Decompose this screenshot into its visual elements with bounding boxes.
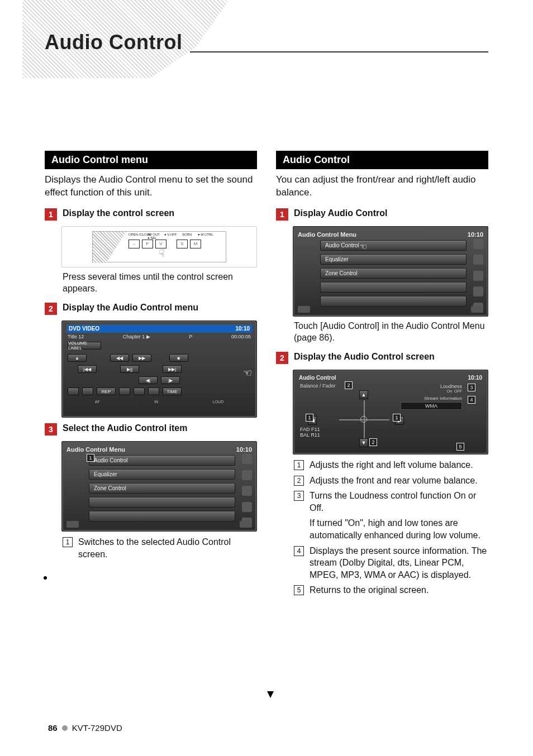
foot-chip-right[interactable] (471, 306, 483, 313)
menu-item-zone-control[interactable]: Zone Control (320, 268, 467, 279)
step-1-caption: Press several times until the control sc… (63, 271, 257, 295)
ac-off[interactable]: OFF (454, 389, 462, 393)
step-r2: 2 Display the Audio Control screen (276, 352, 488, 364)
hw-btn-minus[interactable]: – (129, 240, 140, 248)
dvd-btn-stepfwd[interactable]: |▶ (161, 376, 180, 384)
figure-hardware-buttons: OPEN /CLOSE AV OUT ● SEL ● V.OFF SCRN ● … (61, 226, 257, 267)
dvd-btn-blank5[interactable] (148, 387, 159, 395)
foot-chip-left[interactable] (66, 521, 79, 528)
dvd-btn-next[interactable]: ▶▶| (163, 365, 182, 373)
step-2: 2 Display the Audio Control menu (45, 303, 257, 315)
side-icon[interactable] (242, 486, 252, 496)
callout-2b: 2 (369, 438, 377, 446)
side-icon[interactable] (242, 470, 252, 480)
menu-title-right: Audio Control Menu (298, 231, 356, 238)
hw-label-scrn: SCRN (182, 233, 192, 236)
hw-btn-f[interactable]: F (142, 240, 153, 248)
ac-on[interactable]: On (447, 389, 452, 393)
figure-audio-control-menu-left: Audio Control Menu 10:10 1 Audio Control… (61, 441, 257, 532)
callout-5: 5 (456, 443, 464, 451)
dvd-btn-blank4[interactable] (134, 387, 145, 395)
menu-panel-right: Audio Control Menu 10:10 Audio Control E… (293, 227, 488, 316)
balance-fader-grid[interactable] (339, 400, 389, 439)
dvd-title-num: Title 12 (68, 334, 84, 339)
menu-panel-left: Audio Control Menu 10:10 1 Audio Control… (62, 442, 256, 531)
note-text-1: Switches to the selected Audio Control s… (78, 536, 257, 560)
arrow-down-icon[interactable]: ▼ (359, 438, 368, 447)
note-r3: 3 Turns the Loudness control function On… (294, 490, 488, 514)
note-text: Adjusts the front and rear volume balanc… (310, 475, 488, 487)
note-text: Adjusts the right and left volume balanc… (310, 459, 488, 471)
note-r3-sub: If turned "On", high and low tones are a… (310, 517, 488, 541)
hardware-panel: OPEN /CLOSE AV OUT ● SEL ● V.OFF SCRN ● … (92, 231, 226, 262)
dvd-loud: LOUD (213, 400, 223, 404)
step-1: 1 Display the control screen (45, 208, 257, 221)
ac-title: Audio Control (299, 375, 336, 381)
foot-chip-right[interactable] (240, 521, 252, 528)
dvd-in: IN (154, 400, 158, 404)
dvd-btn-stop[interactable]: ■ (169, 354, 188, 362)
dvd-btn-eject[interactable]: ▲ (68, 354, 87, 362)
left-column: Audio Control menu Displays the Audio Co… (45, 151, 257, 600)
hand-pointer-icon: ☟ (159, 247, 165, 260)
note-box: 4 (294, 546, 304, 556)
callout-3: 3 (468, 384, 475, 391)
menu-item-blank2[interactable] (320, 296, 467, 307)
page-title: Audio Control (45, 31, 182, 54)
foot-chip-left[interactable] (298, 306, 310, 313)
figure-dvd-video: DVD VIDEO 10:10 Title 12 Chapter 1 ▶ P 0… (61, 320, 257, 418)
dvd-btn-blank2[interactable] (82, 387, 93, 395)
step-3: 3 Select the Audio Control item (45, 423, 257, 436)
intro-left: Displays the Audio Control menu to set t… (45, 174, 257, 199)
menu-item-audio-control[interactable]: Audio Control (320, 240, 467, 251)
figure-audio-control-screen: Audio Control 10:10 Balance / Fader 2 Lo… (293, 370, 488, 454)
callout-1a: 1 (306, 414, 313, 422)
side-icon[interactable] (473, 239, 483, 249)
menu-clock-left: 10:10 (236, 446, 252, 453)
ac-bal: BAL R11 (300, 433, 320, 438)
menu-item-blank1[interactable] (320, 282, 467, 293)
section-audio-control: Audio Control (276, 151, 488, 169)
dvd-btn-rew[interactable]: ◀◀ (110, 354, 129, 362)
dvd-btn-prev[interactable]: |◀◀ (78, 365, 97, 373)
dvd-btn-blank1[interactable] (68, 387, 79, 395)
dvd-btn-playpause[interactable]: ▶|| (120, 365, 139, 373)
side-icon[interactable] (242, 502, 252, 512)
footer-dot-icon (62, 725, 68, 731)
menu-item-blank1[interactable] (89, 497, 235, 508)
menu-item-equalizer[interactable]: Equalizer (320, 254, 467, 265)
dvd-btn-blank3[interactable] (119, 387, 130, 395)
side-icon[interactable] (473, 255, 483, 265)
menu-title-left: Audio Control Menu (66, 446, 125, 453)
dvd-clock: 10:10 (235, 326, 250, 332)
menu-clock-right: 10:10 (468, 231, 483, 238)
dvd-btn-stepback[interactable]: ◀| (139, 376, 158, 384)
dvd-btn-rep[interactable]: REP (97, 387, 116, 395)
page-footer: 86 KVT-729DVD (48, 723, 122, 733)
dvd-btn-time[interactable]: TIME (163, 387, 182, 395)
right-column: Audio Control You can adjust the front/r… (276, 151, 488, 600)
step-r2-title: Display the Audio Control screen (294, 352, 435, 362)
dvd-af: AF (95, 400, 100, 404)
side-icon[interactable] (473, 286, 483, 296)
menu-item-equalizer[interactable]: Equalizer (89, 469, 235, 480)
dvd-btn-ff[interactable]: ▶▶ (132, 354, 151, 362)
continue-arrow-icon (267, 691, 274, 698)
side-icon[interactable] (242, 454, 252, 464)
hw-label-mctrl: ● M.CTRL (198, 233, 213, 236)
menu-item-zone-control[interactable]: Zone Control (89, 483, 235, 494)
dvd-elapsed: 00:00:05 (231, 334, 251, 339)
dvd-p: P (189, 334, 192, 339)
hw-label-voff: ● V.OFF (164, 233, 177, 236)
callout-1b: 1 (393, 414, 401, 422)
note-box-1: 1 (63, 537, 73, 547)
step-r1-badge: 1 (276, 208, 288, 221)
dvd-volume-label: VOLUME LABEL (68, 342, 101, 350)
hw-btn-m[interactable]: M (190, 240, 201, 248)
side-icon[interactable] (473, 271, 483, 281)
menu-item-blank2[interactable] (89, 511, 235, 521)
hw-btn-s[interactable]: S (177, 240, 188, 248)
menu-item-audio-control[interactable]: Audio Control (89, 455, 235, 466)
arrow-up-icon[interactable]: ▲ (359, 390, 368, 399)
note-r1: 1 Adjusts the right and left volume bala… (294, 459, 488, 471)
